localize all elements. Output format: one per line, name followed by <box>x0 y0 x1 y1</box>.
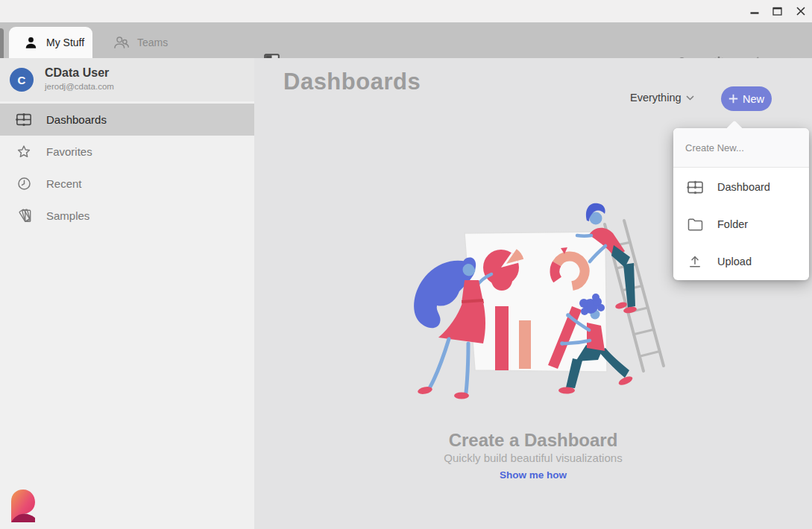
window-titlebar <box>0 0 812 22</box>
new-button[interactable]: New <box>721 86 772 111</box>
dashboard-icon <box>686 178 704 196</box>
plus-icon <box>728 94 738 104</box>
user-card[interactable]: C CData User jerodj@cdata.com <box>0 58 254 101</box>
menu-item-upload[interactable]: Upload <box>673 243 809 280</box>
minimize-icon <box>750 7 759 16</box>
tab-my-stuff[interactable]: My Stuff <box>9 27 92 58</box>
clock-icon <box>15 175 33 193</box>
sidebar-item-samples[interactable]: Samples <box>0 200 254 232</box>
close-icon <box>796 7 805 16</box>
sidebar-item-label: Recent <box>46 177 82 190</box>
reveal-logo <box>9 489 36 526</box>
new-button-label: New <box>743 93 764 105</box>
sidebar-item-label: Samples <box>46 209 89 222</box>
dashboard-illustration <box>403 190 671 414</box>
app-window: My Stuff Teams <box>0 0 812 529</box>
user-name: CData User <box>45 66 109 80</box>
close-button[interactable] <box>789 0 812 22</box>
teams-icon <box>113 35 130 50</box>
tab-label: My Stuff <box>46 37 84 48</box>
filter-label: Everything <box>630 92 682 104</box>
sidebar-item-recent[interactable]: Recent <box>0 168 254 200</box>
upload-icon <box>686 253 704 270</box>
sidebar-item-favorites[interactable]: Favorites <box>0 136 254 168</box>
star-icon <box>15 143 33 161</box>
menu-item-folder[interactable]: Folder <box>673 206 809 243</box>
menu-item-label: Upload <box>717 256 752 267</box>
create-new-menu: Create New... Dashboard Folder <box>673 128 809 279</box>
dashboards-icon <box>15 111 33 129</box>
samples-icon <box>15 207 33 225</box>
show-me-how-link[interactable]: Show me how <box>254 469 812 481</box>
filter-dropdown[interactable]: Everything <box>630 92 694 104</box>
menu-item-dashboard[interactable]: Dashboard <box>673 168 809 206</box>
page-title: Dashboards <box>283 69 421 95</box>
chevron-down-icon <box>686 95 694 101</box>
sidebar: C CData User jerodj@cdata.com Dashboards <box>0 58 254 529</box>
tab-edge-fragment <box>0 28 4 58</box>
empty-state-title: Create a Dashboard <box>254 430 812 451</box>
sidebar-item-dashboards[interactable]: Dashboards <box>0 104 254 136</box>
menu-item-label: Folder <box>717 218 748 230</box>
menu-header: Create New... <box>673 128 809 168</box>
avatar: C <box>10 68 34 92</box>
tab-bar: My Stuff Teams <box>0 22 812 58</box>
window-controls <box>743 0 812 22</box>
person-icon <box>24 36 38 50</box>
tab-label: Teams <box>137 37 168 48</box>
menu-item-label: Dashboard <box>717 181 770 193</box>
minimize-button[interactable] <box>743 0 766 22</box>
maximize-icon <box>772 7 782 16</box>
sidebar-item-label: Favorites <box>46 145 92 158</box>
empty-state-subtitle: Quickly build beautiful visualizations <box>254 452 812 464</box>
tab-teams[interactable]: Teams <box>104 27 186 58</box>
sidebar-item-label: Dashboards <box>46 113 107 126</box>
user-email: jerodj@cdata.com <box>45 82 114 91</box>
folder-icon <box>686 215 704 233</box>
maximize-button[interactable] <box>766 0 789 22</box>
